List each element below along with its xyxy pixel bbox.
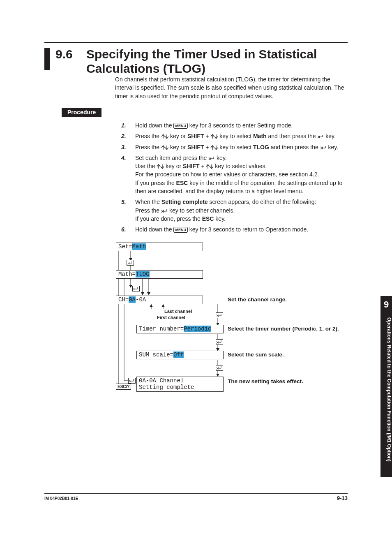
step-text: Press the	[135, 207, 161, 214]
svg-marker-7	[147, 292, 150, 295]
step-text: screen appears, do either of the followi…	[208, 199, 316, 205]
step-number: 6.	[121, 225, 126, 234]
updown-icon	[210, 144, 218, 150]
enter-icon	[127, 260, 134, 267]
footer-page-number: 9-13	[337, 495, 348, 501]
svg-rect-29	[129, 378, 136, 384]
step-text: key or	[168, 144, 187, 150]
step-6: 6. Hold down the MENU key for 3 seconds …	[121, 225, 348, 234]
diagram-text: SUM scale=	[139, 352, 173, 358]
setting-complete: Setting complete	[161, 199, 208, 205]
updown-icon	[157, 163, 164, 169]
diagram-text: CH=	[118, 296, 129, 303]
step-4: 4. Set each item and press the key. Use …	[121, 154, 348, 195]
diagram-caption: Set the channel range.	[228, 296, 287, 303]
updown-icon	[206, 163, 213, 169]
section-number: 9.6	[55, 47, 73, 61]
flow-diagram: Set=Math Math=TLOG CH=0A-0A Last channel…	[116, 243, 346, 395]
enter-icon	[208, 155, 215, 161]
shift-key: SHIFT	[187, 133, 204, 139]
svg-marker-3	[129, 285, 132, 288]
step-number: 3.	[121, 143, 126, 151]
enter-icon	[216, 339, 223, 347]
enter-icon	[317, 133, 324, 139]
step-text: key to select values.	[213, 163, 267, 169]
enter-icon	[320, 144, 327, 150]
diagram-caption: The new setting takes effect.	[228, 378, 303, 384]
step-text: key to set other channels.	[168, 207, 235, 214]
step-text: key to select	[218, 133, 253, 139]
diagram-box-sumscale: SUM scale=Off	[136, 351, 224, 359]
shift-key: SHIFT	[187, 144, 204, 150]
chapter-tab-number: 9	[380, 296, 392, 310]
footer-doc-id: IM 04P02B01-01E	[44, 496, 78, 501]
enter-icon	[132, 286, 140, 293]
step-text: Use the	[135, 163, 157, 169]
diagram-highlight: 0A	[129, 296, 136, 303]
step-text: +	[204, 133, 210, 139]
svg-marker-5	[141, 292, 144, 295]
diagram-highlight: Off	[173, 352, 184, 358]
step-text: Hold down the	[135, 226, 173, 233]
tlog-word: TLOG	[253, 144, 269, 150]
esc-key: ESC	[176, 180, 188, 186]
diagram-box-set: Set=Math	[116, 243, 203, 251]
step-text: Set each item and press the	[135, 155, 208, 161]
step-text: key.	[324, 133, 336, 139]
step-number: 5.	[121, 198, 126, 206]
section-title: Specifying the Timer Used in Statistical…	[86, 47, 348, 76]
step-text: and then press the	[267, 133, 318, 139]
step-text: key.	[215, 155, 227, 161]
diagram-highlight: TLOG	[136, 271, 150, 278]
step-text: key for 3 seconds to enter Setting mode.	[188, 122, 293, 129]
menu-key-icon: MENU	[173, 227, 188, 233]
svg-rect-28	[216, 365, 223, 371]
diagram-caption: Select the sum scale.	[228, 352, 284, 358]
step-text: Press the	[135, 144, 161, 150]
step-text: When the	[135, 199, 161, 205]
intro-paragraph: On channels that perform statistical cal…	[115, 75, 348, 100]
step-text: key.	[214, 215, 226, 222]
first-channel-label: First channel	[157, 315, 185, 320]
step-text: +	[204, 144, 210, 150]
procedure-steps: 1. Hold down the MENU key for 3 seconds …	[121, 121, 348, 236]
diagram-box-timer: Timer number=Periodic	[136, 325, 224, 333]
diagram-box-ch: CH=0A-0A	[116, 296, 203, 304]
svg-marker-17	[216, 374, 219, 377]
diagram-text: Setting complete	[139, 384, 194, 391]
step-text: For the procedure on how to enter values…	[135, 171, 319, 178]
chapter-tab: 9 Operations Related to the Computation …	[380, 296, 392, 477]
diagram-caption: Select the timer number (Periodic, 1, or…	[228, 326, 339, 332]
diagram-text: Timer number=	[139, 326, 184, 332]
step-text: If you press the	[135, 180, 176, 186]
step-5: 5. When the Setting complete screen appe…	[121, 198, 348, 223]
step-2: 2. Press the key or SHIFT + key to selec…	[121, 132, 348, 140]
step-text: key.	[327, 144, 339, 150]
step-text: Hold down the	[135, 122, 173, 129]
section-number-bar	[44, 48, 50, 70]
esc-key-box: ESC/?	[116, 384, 131, 390]
enter-icon	[161, 207, 168, 214]
updown-icon	[210, 133, 218, 139]
step-number: 2.	[121, 132, 126, 140]
diagram-text: -0A	[136, 296, 146, 303]
diagram-box-math: Math=TLOG	[116, 270, 203, 279]
shift-key: SHIFT	[183, 163, 199, 169]
step-number: 1.	[121, 121, 126, 130]
updown-icon	[161, 144, 168, 150]
rule-top	[44, 42, 348, 43]
step-text: If you are done, press the	[135, 215, 202, 222]
step-text: +	[200, 163, 206, 169]
step-text: Press the	[135, 133, 161, 139]
chapter-tab-text: Operations Related to the Computation Fu…	[380, 317, 392, 474]
svg-rect-27	[216, 340, 223, 345]
enter-icon	[216, 365, 223, 372]
svg-rect-25	[133, 286, 140, 291]
step-text: key or	[168, 133, 187, 139]
diagram-box-complete: 0A-0A Channel Setting complete	[136, 377, 224, 392]
step-1: 1. Hold down the MENU key for 3 seconds …	[121, 121, 348, 130]
diagram-highlight: Periodic	[184, 326, 211, 332]
diagram-text: Math=	[118, 271, 136, 278]
svg-marker-11	[161, 304, 165, 307]
rule-bottom	[44, 493, 348, 494]
